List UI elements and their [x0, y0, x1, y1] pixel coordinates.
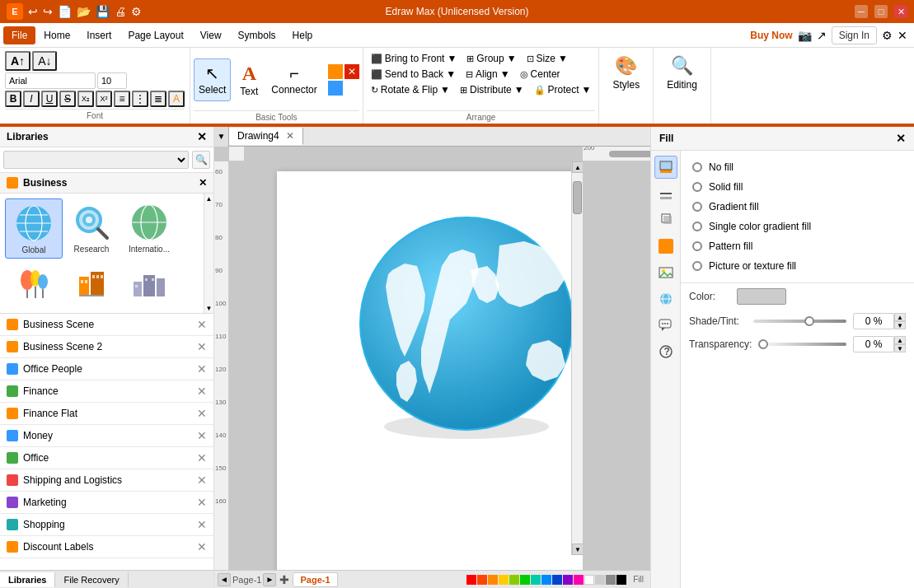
- lib-scroll-up[interactable]: ▲: [204, 194, 214, 203]
- fill-tool-shadow[interactable]: [654, 208, 677, 231]
- cat-close-marketing[interactable]: ✕: [197, 496, 207, 509]
- align-button[interactable]: ⊟ Align ▼: [462, 67, 514, 82]
- transparency-up-btn[interactable]: ▲: [894, 336, 906, 344]
- font-grow-button[interactable]: A↑: [5, 51, 30, 71]
- list-button[interactable]: ⋮: [132, 91, 148, 107]
- fill-tool-chat[interactable]: [654, 314, 677, 337]
- fill-option-solid[interactable]: Solid fill: [689, 177, 906, 197]
- new-icon[interactable]: 📄: [58, 5, 72, 18]
- tab-file-recovery[interactable]: File Recovery: [55, 572, 128, 587]
- lib-cat-finance[interactable]: Finance ✕: [0, 380, 213, 403]
- underline-button[interactable]: U: [41, 91, 58, 107]
- color-green[interactable]: [520, 575, 530, 585]
- color-lime[interactable]: [509, 575, 519, 585]
- cat-close-finance-flat[interactable]: ✕: [197, 407, 207, 420]
- subscript-button[interactable]: X₂: [77, 91, 94, 107]
- page-next-btn[interactable]: ►: [263, 573, 276, 586]
- lib-cat-shipping[interactable]: Shipping and Logistics ✕: [0, 469, 213, 492]
- fill-tool-line[interactable]: [654, 182, 677, 205]
- styles-button[interactable]: 🎨 Styles: [606, 51, 646, 94]
- lib-search-button[interactable]: 🔍: [192, 151, 210, 169]
- fill-indicator[interactable]: Fill: [630, 575, 647, 584]
- lib-cat-office[interactable]: Office ✕: [0, 447, 213, 469]
- transparency-slider[interactable]: [758, 343, 846, 346]
- radio-single-gradient[interactable]: [692, 222, 702, 231]
- cat-close-office[interactable]: ✕: [197, 451, 207, 464]
- canvas-tab-drawing4[interactable]: Drawing4 ✕: [229, 128, 303, 145]
- page-add-btn[interactable]: ✚: [279, 573, 289, 586]
- shade-slider[interactable]: [753, 320, 846, 323]
- lib-icon-city[interactable]: [120, 259, 178, 308]
- print-icon[interactable]: 🖨: [115, 5, 126, 18]
- lib-icon-building[interactable]: [63, 259, 120, 308]
- radio-solid[interactable]: [692, 182, 702, 192]
- font-color-button[interactable]: A: [168, 91, 185, 107]
- fill-tool-globe[interactable]: [654, 287, 677, 310]
- fill-tool-fill[interactable]: [654, 156, 677, 179]
- cat-close-money[interactable]: ✕: [197, 429, 207, 442]
- cat-close-business-scene[interactable]: ✕: [197, 318, 207, 331]
- vscroll-down-btn[interactable]: ▼: [572, 544, 583, 555]
- save-icon[interactable]: 💾: [96, 5, 110, 18]
- help-icon[interactable]: ✕: [898, 29, 907, 42]
- camera-icon[interactable]: 📷: [798, 29, 812, 42]
- undo-icon[interactable]: ↩: [28, 5, 38, 18]
- color-red[interactable]: [466, 575, 476, 585]
- business-header[interactable]: Business ✕: [0, 173, 213, 194]
- color-black[interactable]: [616, 575, 626, 585]
- menu-home[interactable]: Home: [35, 26, 78, 44]
- bold-button[interactable]: B: [5, 91, 21, 107]
- menu-help[interactable]: Help: [284, 26, 321, 44]
- share-icon[interactable]: ↗: [817, 29, 827, 42]
- send-to-back-button[interactable]: ⬛ Send to Back ▼: [367, 67, 460, 82]
- menu-file[interactable]: File: [3, 26, 35, 44]
- lib-scroll-down[interactable]: ▼: [204, 303, 214, 313]
- gear-icon[interactable]: ⚙: [882, 29, 893, 42]
- size-button[interactable]: ⊡ Size ▼: [523, 51, 572, 66]
- fill-swatch[interactable]: [328, 64, 343, 79]
- lib-cat-marketing[interactable]: Marketing ✕: [0, 492, 213, 514]
- transparency-down-btn[interactable]: ▼: [894, 344, 906, 352]
- color-blue[interactable]: [541, 575, 551, 585]
- font-shrink-button[interactable]: A↓: [32, 51, 57, 71]
- lib-cat-business-scene2[interactable]: Business Scene 2 ✕: [0, 336, 213, 358]
- shade-thumb[interactable]: [804, 316, 814, 326]
- menu-insert[interactable]: Insert: [78, 26, 120, 44]
- radio-pattern[interactable]: [692, 241, 702, 251]
- hscroll-thumb[interactable]: [609, 151, 650, 157]
- color-white[interactable]: [584, 575, 594, 585]
- shade-down-btn[interactable]: ▼: [894, 321, 906, 329]
- editing-button[interactable]: 🔍 Editing: [660, 51, 704, 94]
- fill-option-no-fill[interactable]: No fill: [689, 157, 906, 177]
- settings-icon[interactable]: ⚙: [131, 5, 142, 18]
- lib-category-select[interactable]: [3, 151, 189, 169]
- lib-cat-discount[interactable]: Discount Labels ✕: [0, 536, 213, 558]
- center-button[interactable]: ◎ Center: [516, 67, 565, 82]
- menu-view[interactable]: View: [192, 26, 230, 44]
- cat-close-shipping[interactable]: ✕: [197, 474, 207, 487]
- line-swatch[interactable]: ✕: [345, 64, 359, 79]
- cat-close-shopping[interactable]: ✕: [197, 518, 207, 531]
- cat-close-discount[interactable]: ✕: [197, 540, 207, 553]
- strikethrough-button[interactable]: S: [59, 91, 76, 107]
- lib-cat-finance-flat[interactable]: Finance Flat ✕: [0, 403, 213, 425]
- open-icon[interactable]: 📂: [77, 5, 91, 18]
- superscript-button[interactable]: X²: [96, 91, 112, 107]
- group-button[interactable]: ⊞ Group ▼: [462, 51, 520, 66]
- font-name-input[interactable]: [5, 72, 96, 89]
- text-button[interactable]: A Text: [234, 58, 264, 101]
- globe-image[interactable]: [343, 204, 583, 451]
- libraries-close-button[interactable]: ✕: [197, 130, 207, 143]
- select-button[interactable]: ↖ Select: [194, 58, 231, 101]
- lib-cat-money[interactable]: Money ✕: [0, 425, 213, 447]
- color-teal[interactable]: [531, 575, 541, 585]
- fill-tool-image[interactable]: [654, 261, 677, 284]
- lib-icon-research[interactable]: Research: [63, 198, 120, 259]
- indent-button[interactable]: ≡: [114, 91, 130, 107]
- color-pink[interactable]: [574, 575, 584, 585]
- menu-symbols[interactable]: Symbols: [230, 26, 284, 44]
- menu-page-layout[interactable]: Page Layout: [120, 26, 191, 44]
- close-button[interactable]: ✕: [894, 5, 907, 18]
- connector-button[interactable]: ⌐ Connector: [267, 58, 321, 101]
- tab-libraries[interactable]: Libraries: [0, 572, 55, 587]
